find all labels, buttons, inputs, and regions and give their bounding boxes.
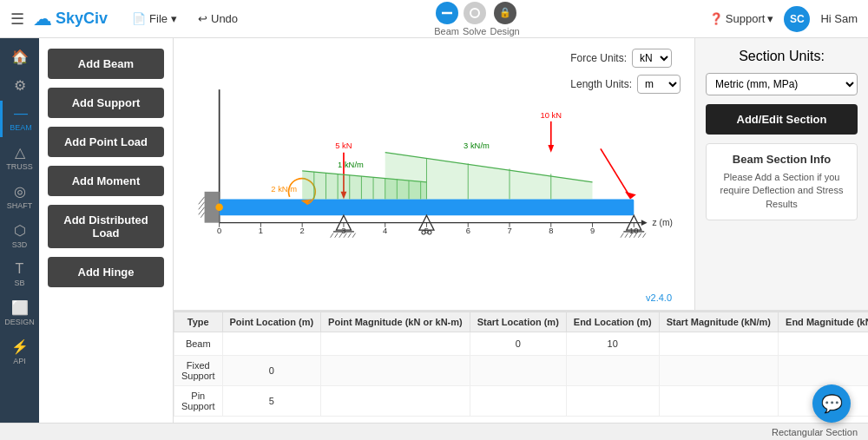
add-moment-button[interactable]: Add Moment xyxy=(48,166,164,196)
top-nav: ☰ ☁ SkyCiv 📄 File ▾ ↩ Undo Beam Solve xyxy=(0,0,868,38)
design-icon: ⬜ xyxy=(11,299,29,316)
svg-line-38 xyxy=(335,233,338,238)
add-beam-button[interactable]: Add Beam xyxy=(48,49,164,79)
svg-text:3 kN/m: 3 kN/m xyxy=(464,141,490,150)
svg-marker-83 xyxy=(625,192,636,200)
sidebar-item-settings[interactable]: ⚙ xyxy=(0,72,39,99)
step-beam-circle xyxy=(436,2,458,24)
step-solve-circle xyxy=(464,2,486,24)
support-button[interactable]: ❓ Support ▾ xyxy=(709,12,774,25)
beam-section-info: Beam Section Info Please Add a Section i… xyxy=(706,143,858,220)
col-end-mag: End Magnitude (kN/m) xyxy=(779,312,868,332)
file-icon: 📄 xyxy=(132,12,146,25)
svg-marker-72 xyxy=(385,153,593,200)
sidebar-icons: 🏠 ⚙ — BEAM △ TRUSS ◎ SHAFT ⬡ S3D T SB ⬜ … xyxy=(0,38,39,423)
undo-button[interactable]: ↩ Undo xyxy=(191,9,245,29)
sidebar-item-sb[interactable]: T SB xyxy=(0,256,39,292)
svg-line-33 xyxy=(201,213,204,218)
gear-icon: ⚙ xyxy=(14,77,26,94)
sidebar-item-design[interactable]: ⬜ DESIGN xyxy=(0,294,39,332)
logo-text: SkyCiv xyxy=(56,10,108,28)
nav-right: ❓ Support ▾ SC Hi Sam xyxy=(709,6,858,32)
add-distributed-load-button[interactable]: Add Distributed Load xyxy=(48,205,164,248)
svg-line-37 xyxy=(331,233,333,238)
svg-text:2 kN·m: 2 kN·m xyxy=(271,185,297,194)
svg-point-1 xyxy=(470,9,479,17)
col-point-mag: Point Magnitude (kN or kN-m) xyxy=(321,312,470,332)
sidebar-item-api[interactable]: ⚡ API xyxy=(0,333,39,371)
version-label: v2.4.0 xyxy=(646,292,672,303)
section-units-label: Section Units: xyxy=(706,49,858,64)
svg-point-34 xyxy=(215,204,223,212)
add-hinge-button[interactable]: Add Hinge xyxy=(48,257,164,287)
table-row: Beam010✏ xyxy=(174,332,869,356)
add-point-load-button[interactable]: Add Point Load xyxy=(48,127,164,157)
sidebar-item-s3d[interactable]: ⬡ S3D xyxy=(0,217,39,254)
svg-text:z (m): z (m) xyxy=(653,218,673,227)
svg-text:10 kN: 10 kN xyxy=(541,111,562,120)
add-support-button[interactable]: Add Support xyxy=(48,88,164,118)
svg-text:1: 1 xyxy=(259,227,263,235)
col-start-mag: Start Magnitude (kN/m) xyxy=(659,312,778,332)
force-units-select[interactable]: kNNkiplb xyxy=(632,49,672,68)
cloud-icon: ☁ xyxy=(33,8,52,30)
svg-line-82 xyxy=(601,148,630,196)
sidebar-item-api-label: API xyxy=(13,357,26,365)
sidebar-item-sb-label: SB xyxy=(14,279,24,287)
file-menu-button[interactable]: 📄 File ▾ xyxy=(125,9,184,29)
sidebar-item-shaft-label: SHAFT xyxy=(7,201,33,210)
right-panel: Section Units: Metric (mm, MPa) Imperial… xyxy=(694,38,868,310)
length-units-select[interactable]: mcmmmftin xyxy=(637,75,681,94)
canvas-area: Force Units: kNNkiplb Length Units: mcmm… xyxy=(174,38,694,310)
add-edit-section-button[interactable]: Add/Edit Section xyxy=(706,104,858,135)
col-start-loc: Start Location (m) xyxy=(470,312,566,332)
svg-line-48 xyxy=(621,233,623,238)
length-units-label: Length Units: xyxy=(570,78,632,90)
actions-panel: Add Beam Add Support Add Point Load Add … xyxy=(39,38,174,423)
api-icon: ⚡ xyxy=(11,338,29,355)
step-solve[interactable]: Solve xyxy=(463,2,487,36)
chevron-icon: ▾ xyxy=(171,12,177,25)
length-units-row: Length Units: mcmmmftin xyxy=(570,75,681,94)
chat-bubble-button[interactable]: 💬 xyxy=(812,384,851,423)
sidebar-item-truss[interactable]: △ TRUSS xyxy=(0,139,39,176)
force-units-row: Force Units: kNNkiplb xyxy=(570,49,681,68)
col-type: Type xyxy=(174,312,223,332)
force-units-label: Force Units: xyxy=(570,52,627,64)
home-icon: 🏠 xyxy=(11,49,29,65)
svg-line-41 xyxy=(348,233,351,238)
logo: ☁ SkyCiv xyxy=(33,8,108,30)
sidebar-item-home[interactable]: 🏠 xyxy=(0,43,39,70)
sb-icon: T xyxy=(16,261,24,277)
svg-rect-28 xyxy=(220,199,635,215)
sidebar-item-truss-label: TRUSS xyxy=(6,162,33,171)
step-beam[interactable]: Beam xyxy=(434,2,459,36)
svg-text:1 kN/m: 1 kN/m xyxy=(338,161,364,169)
svg-text:7: 7 xyxy=(507,227,511,235)
table-row: Pin Support5✏✕ xyxy=(174,386,869,417)
canvas-controls: Force Units: kNNkiplb Length Units: mcmm… xyxy=(570,49,681,94)
sidebar-item-beam[interactable]: — BEAM xyxy=(0,101,39,137)
s3d-icon: ⬡ xyxy=(14,222,26,239)
col-end-loc: End Location (m) xyxy=(566,312,659,332)
sidebar-item-design-label: DESIGN xyxy=(4,318,35,326)
svg-text:8: 8 xyxy=(549,227,553,235)
beam-section-info-title: Beam Section Info xyxy=(715,153,848,166)
nav-actions: 📄 File ▾ ↩ Undo xyxy=(125,9,245,29)
step-design-circle: 🔒 xyxy=(494,2,516,24)
svg-text:6: 6 xyxy=(466,227,470,235)
menu-icon[interactable]: ☰ xyxy=(10,10,24,29)
beam-icon: — xyxy=(14,106,28,121)
svg-line-52 xyxy=(638,233,641,238)
sidebar-item-shaft[interactable]: ◎ SHAFT xyxy=(0,178,39,215)
step-design[interactable]: 🔒 Design xyxy=(490,2,519,36)
svg-marker-4 xyxy=(641,220,648,226)
shaft-icon: ◎ xyxy=(14,183,26,200)
section-units-select[interactable]: Metric (mm, MPa) Imperial (in, ksi) xyxy=(706,73,858,95)
table-row: Fixed Support0✏✕ xyxy=(174,356,869,386)
main-layout: 🏠 ⚙ — BEAM △ TRUSS ◎ SHAFT ⬡ S3D T SB ⬜ … xyxy=(0,38,868,423)
status-text: Rectangular Section xyxy=(772,427,858,437)
svg-marker-81 xyxy=(548,145,554,153)
avatar: SC xyxy=(784,6,810,32)
svg-text:4: 4 xyxy=(383,227,387,235)
